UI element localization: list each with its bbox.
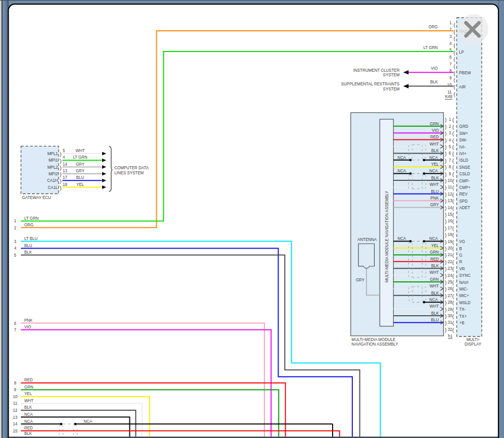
svg-text:): ) [445, 191, 446, 198]
svg-text:+B: +B [460, 320, 465, 325]
svg-text:(: ( [452, 320, 454, 326]
svg-text:MPI1: MPI1 [49, 158, 58, 163]
svg-text:): ) [445, 144, 446, 150]
svg-text:BLK: BLK [24, 431, 32, 436]
svg-text:BLU: BLU [431, 317, 439, 322]
svg-text:(: ( [452, 246, 454, 252]
svg-text:IVI-: IVI- [460, 144, 466, 150]
svg-text:14: 14 [63, 162, 67, 167]
svg-text:(: ( [453, 35, 455, 41]
svg-text:5: 5 [449, 144, 451, 149]
svg-text:NCA: NCA [84, 419, 93, 424]
svg-text:): ) [445, 178, 446, 184]
svg-text:7: 7 [449, 62, 451, 67]
svg-text:GRN: GRN [24, 384, 33, 390]
svg-text:PNK: PNK [24, 318, 33, 323]
svg-text:GRN: GRN [430, 277, 439, 282]
svg-text:1: 1 [14, 218, 16, 223]
svg-text:3: 3 [449, 130, 451, 135]
svg-text:GRN: GRN [430, 250, 439, 255]
svg-text:): ) [445, 279, 446, 285]
svg-text:NCA: NCA [397, 168, 406, 173]
svg-text:IVI+: IVI+ [460, 151, 467, 156]
svg-text:(: ( [452, 198, 454, 204]
svg-text:NAVIGATION ASSEMBLY: NAVIGATION ASSEMBLY [351, 342, 398, 347]
svg-text:MIC+: MIC+ [460, 293, 469, 298]
svg-text:23: 23 [448, 266, 452, 271]
svg-text:WHT: WHT [430, 141, 439, 147]
svg-text:YEL: YEL [24, 391, 32, 396]
svg-text:(: ( [452, 164, 454, 170]
svg-text:): ) [445, 117, 446, 123]
svg-text:(: ( [452, 225, 454, 231]
svg-text:13: 13 [13, 415, 18, 420]
svg-text:5: 5 [14, 253, 16, 258]
svg-text:): ) [445, 246, 446, 252]
svg-text:(: ( [452, 171, 454, 177]
svg-text:COMPUTER DATA: COMPUTER DATA [114, 165, 149, 170]
svg-text:LP: LP [459, 50, 464, 55]
svg-text:SYSTEM: SYSTEM [383, 72, 400, 77]
svg-text:4: 4 [14, 246, 16, 251]
svg-text:1: 1 [449, 20, 451, 25]
svg-text:SPD: SPD [460, 199, 468, 204]
svg-text:(: ( [452, 307, 454, 313]
svg-text:17: 17 [63, 175, 67, 180]
svg-text:26: 26 [448, 286, 452, 291]
svg-text:VR: VR [460, 266, 465, 271]
svg-text:LINES SYSTEM: LINES SYSTEM [114, 170, 144, 175]
svg-text:11: 11 [448, 184, 452, 189]
svg-text:(: ( [452, 191, 454, 198]
svg-text:): ) [445, 273, 446, 279]
svg-text:): ) [445, 259, 446, 265]
svg-text:BLU: BLU [76, 175, 84, 180]
svg-text:): ) [445, 313, 446, 319]
svg-text:ORG: ORG [429, 24, 438, 29]
svg-text:YEL: YEL [431, 243, 439, 248]
svg-text:GRY: GRY [356, 277, 364, 282]
svg-text:): ) [60, 178, 61, 184]
svg-text:11: 11 [13, 401, 17, 406]
svg-text:NCA: NCA [397, 155, 406, 160]
svg-text:VIO: VIO [24, 324, 31, 329]
svg-text:5: 5 [63, 148, 65, 153]
svg-text:(: ( [452, 286, 454, 292]
svg-text:NCA: NCA [429, 297, 438, 302]
svg-text:WHT: WHT [430, 283, 439, 288]
svg-text:4: 4 [449, 137, 451, 142]
svg-text:GRY: GRY [76, 168, 84, 173]
svg-text:DISPLAY: DISPLAY [465, 342, 481, 347]
svg-text:22: 22 [448, 259, 452, 264]
svg-text:LT GRN: LT GRN [424, 45, 438, 50]
svg-text:TX+: TX+ [460, 314, 467, 319]
svg-text:8: 8 [449, 164, 451, 169]
svg-text:(: ( [452, 218, 454, 224]
svg-text:LT GRN: LT GRN [24, 216, 39, 221]
svg-text:): ) [445, 286, 446, 292]
svg-text:(: ( [452, 313, 454, 319]
svg-text:): ) [445, 266, 446, 272]
svg-text:NCA: NCA [429, 155, 438, 160]
svg-text:(: ( [452, 232, 454, 238]
svg-text:(: ( [452, 266, 454, 272]
svg-text:(: ( [452, 239, 454, 245]
svg-text:BLK: BLK [431, 263, 439, 268]
svg-text:WHT: WHT [430, 304, 439, 309]
svg-text:(: ( [453, 56, 455, 62]
svg-text:WHT: WHT [430, 270, 439, 275]
svg-text:(: ( [452, 144, 454, 150]
svg-text:): ) [445, 151, 446, 157]
svg-text:(: ( [452, 130, 454, 136]
svg-text:GRY: GRY [430, 202, 439, 207]
svg-text:(: ( [452, 279, 454, 285]
svg-text:25: 25 [448, 279, 452, 284]
svg-text:15: 15 [13, 428, 18, 433]
svg-text:(: ( [452, 151, 454, 157]
svg-text:G: G [460, 253, 463, 258]
svg-text:BLK: BLK [431, 290, 439, 296]
svg-text:6: 6 [14, 321, 16, 326]
svg-text:VIO: VIO [431, 66, 438, 71]
svg-text:RED: RED [24, 377, 33, 382]
svg-text:18: 18 [63, 182, 67, 187]
svg-text:(: ( [453, 63, 455, 69]
